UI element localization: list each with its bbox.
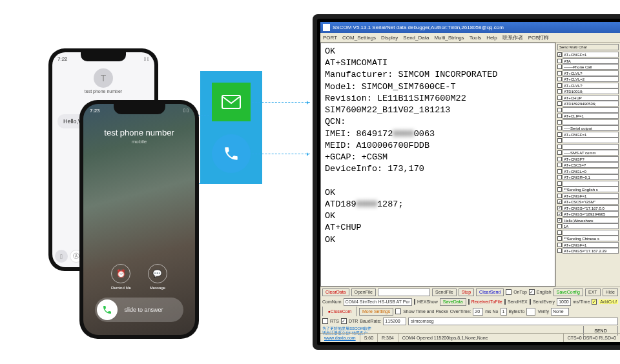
side-row[interactable] (557, 230, 619, 236)
phone-call: 7:23 􀙇 􀛨 test phone number mobile ⏰ Remi… (79, 100, 199, 339)
window-title: SSCOM V5.13.1 Serial/Net data debugger,A… (333, 25, 504, 30)
stop-button[interactable]: Stop (459, 288, 474, 296)
site-link[interactable]: www.daxia.com (320, 334, 360, 342)
svg-rect-0 (222, 96, 240, 108)
send-input[interactable]: simcomseg (408, 318, 618, 325)
side-row[interactable]: ✓AT+CMGF=1 (557, 52, 619, 57)
notch (81, 52, 126, 61)
side-header: Send Multi Char (557, 44, 619, 50)
arrow (252, 154, 310, 154)
main-area: OK AT+SIMCOMATI Manufacturer: SIMCOM INC… (320, 43, 620, 287)
save-data-button[interactable]: SaveData (440, 298, 466, 306)
side-row[interactable] (557, 181, 619, 187)
side-row[interactable]: ATD18929490536; (557, 101, 619, 106)
sms-icon (212, 83, 251, 121)
menu-item[interactable]: Tools (470, 35, 482, 41)
close-com-button[interactable]: ● CloseCom (322, 307, 357, 316)
side-row[interactable]: AT+CLIP=1 (557, 113, 619, 119)
sscom-window: SSCOM V5.13.1 Serial/Net data debugger,A… (320, 22, 620, 342)
com-port-select[interactable]: COM4 SimTech HS-USB AT Por (344, 298, 412, 306)
caller-sub: mobile (83, 139, 195, 145)
save-config-button[interactable]: SaveConfig (553, 288, 583, 296)
answer-icon (97, 299, 118, 320)
laptop: SSCOM V5.13.1 Serial/Net data debugger,A… (313, 14, 620, 350)
side-row[interactable]: **Sending Chinese s (557, 236, 619, 241)
hide-button[interactable]: Hide (603, 288, 618, 296)
side-row[interactable] (557, 119, 619, 125)
avatar: T (94, 68, 113, 88)
menu-item[interactable]: Display (381, 35, 398, 41)
call-actions: ⏰ Remind Me 💬 Message (83, 264, 195, 290)
caller-name: test phone number (83, 128, 195, 137)
clear-send-button[interactable]: ClearSend (476, 288, 504, 296)
open-file-button[interactable]: OpenFile (351, 288, 376, 296)
sendevery-check[interactable] (530, 299, 531, 305)
side-row[interactable]: AT+CMGF=1 (557, 242, 619, 248)
more-settings-button[interactable]: More Settings (359, 308, 393, 316)
side-row[interactable] (557, 144, 619, 150)
app-icon (323, 24, 330, 31)
terminal-output[interactable]: OK AT+SIMCOMATI Manufacturer: SIMCOM INC… (320, 43, 555, 287)
addcrlf-check[interactable]: ✓ (592, 299, 597, 305)
dtr-check[interactable]: ✓ (341, 318, 347, 324)
titlebar: SSCOM V5.13.1 Serial/Net data debugger,A… (320, 22, 620, 33)
side-row[interactable]: ✓AT+CMGS="17.167.0.0 (557, 205, 619, 211)
menu-item[interactable]: 联系作者 (502, 34, 523, 41)
clear-data-button[interactable]: ClearData (322, 288, 349, 296)
remind-me-button[interactable]: ⏰ Remind Me (111, 264, 131, 290)
side-row[interactable]: ✓Hello,Waveshare (557, 217, 619, 223)
side-row[interactable]: AT+CMGF=1 (557, 193, 619, 199)
camera-icon[interactable]: 􀌞 (55, 250, 68, 263)
side-row[interactable]: 1A (557, 223, 619, 229)
slide-text: slide to answer (118, 307, 181, 313)
side-row[interactable] (557, 137, 619, 143)
file-path-field[interactable] (378, 288, 430, 296)
side-row[interactable]: AT+CLVL? (557, 70, 619, 76)
menu-item[interactable]: Multi_Strings (434, 35, 464, 41)
side-row[interactable]: AT+CMGF? (557, 156, 619, 162)
menubar[interactable]: PORTCOM_SettingsDisplaySend_DataMulti_St… (320, 33, 620, 43)
notch (114, 104, 165, 114)
slide-to-answer[interactable]: slide to answer (95, 298, 183, 322)
multi-string-panel: Send Multi Char ✓AT+CMGF=1ATA-------Phon… (555, 43, 620, 287)
english-check[interactable]: ✓ (529, 289, 535, 295)
menu-item[interactable]: PCB打样 (528, 34, 549, 41)
recvfile-check[interactable] (468, 299, 470, 305)
statusbar: www.daxia.com S:60 R:384 COM4 Opened 115… (320, 333, 620, 342)
side-row[interactable]: AT+CHUP (557, 95, 619, 101)
phone-icon (212, 134, 251, 173)
menu-item[interactable]: Help (486, 35, 497, 41)
side-row[interactable]: AT+CMGF=1 (557, 132, 619, 137)
side-row[interactable]: AT+CLVL=2 (557, 76, 619, 82)
side-row[interactable] (557, 107, 619, 113)
bottom-panel: ClearData OpenFile SendFile Stop ClearSe… (320, 287, 620, 342)
alarm-icon: ⏰ (111, 264, 130, 283)
hexshow-check[interactable] (414, 299, 415, 305)
side-row[interactable]: AT+CLVL? (557, 83, 619, 88)
ontop-check[interactable] (506, 289, 512, 295)
side-row[interactable]: AT+CMGR=0,1 (557, 174, 619, 180)
menu-item[interactable]: COM_Settings (342, 35, 376, 41)
side-row[interactable]: ATA (557, 58, 619, 64)
phone-call-screen: 7:23 􀙇 􀛨 test phone number mobile ⏰ Remi… (83, 104, 195, 335)
side-row[interactable]: -----SMS AT comm (557, 150, 619, 156)
side-row[interactable]: ✓AT+CSCS="GSM" (557, 199, 619, 205)
message-button[interactable]: 💬 Message (148, 264, 167, 290)
side-row[interactable]: AT+CMGS="17.167.2.29 (557, 248, 619, 254)
side-row[interactable]: AT+CSCS=? (557, 162, 619, 168)
baud-select[interactable]: 115200 (383, 318, 406, 325)
send-file-button[interactable]: SendFile (432, 288, 457, 296)
time: 7:22 (57, 56, 68, 62)
side-row[interactable]: AT+CMGL=0 (557, 168, 619, 174)
sendhex-check[interactable] (504, 299, 506, 305)
side-row[interactable]: ✓AT+CMGS="189294905 (557, 211, 619, 217)
side-row[interactable]: ATD10010; (557, 88, 619, 94)
menu-item[interactable]: Send_Data (403, 35, 429, 41)
side-row[interactable]: -----Serial output (557, 125, 619, 131)
side-row[interactable]: **Sending English s (557, 187, 619, 192)
message-icon: 💬 (148, 264, 167, 283)
menu-item[interactable]: PORT (323, 35, 337, 41)
ext-button[interactable]: EXT (585, 288, 601, 296)
rts-check[interactable] (322, 318, 328, 324)
side-row[interactable]: -------Phone Call (557, 64, 619, 70)
